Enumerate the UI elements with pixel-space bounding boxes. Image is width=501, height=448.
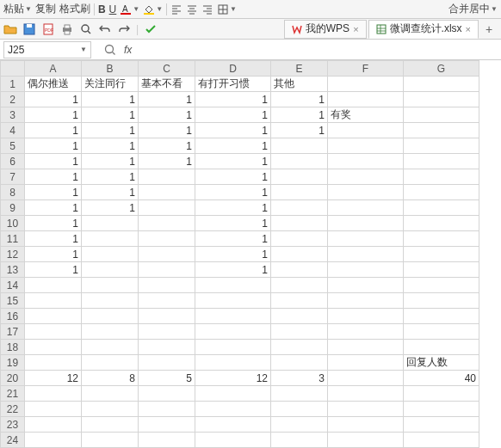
cell-A3[interactable]: 1 [25,107,82,123]
cell-A17[interactable] [25,324,82,340]
cell-A4[interactable]: 1 [25,123,82,138]
cell-D18[interactable] [195,340,271,355]
cell-C4[interactable]: 1 [139,123,195,138]
row-header-7[interactable]: 7 [1,169,25,185]
align-right-button[interactable] [201,3,213,15]
cell-E5[interactable] [271,138,328,154]
cell-D24[interactable] [195,433,271,448]
cell-F18[interactable] [328,340,404,355]
cell-C19[interactable] [139,355,195,371]
row-header-13[interactable]: 13 [1,262,25,278]
print-preview-button[interactable] [79,22,93,36]
cell-B8[interactable]: 1 [82,185,139,200]
cell-A7[interactable]: 1 [25,169,82,185]
cell-B2[interactable]: 1 [82,92,139,107]
cell-F12[interactable] [328,247,404,262]
cell-E9[interactable] [271,200,328,216]
cell-E24[interactable] [271,433,328,448]
cell-A8[interactable]: 1 [25,185,82,200]
cell-F19[interactable] [328,355,404,371]
cell-F11[interactable] [328,231,404,247]
tab-current-file[interactable]: 微调查统计.xlsx × [368,20,479,39]
cell-A20[interactable]: 12 [25,371,82,386]
row-header-9[interactable]: 9 [1,200,25,216]
cell-F2[interactable] [328,92,404,107]
cell-C18[interactable] [139,340,195,355]
cell-A18[interactable] [25,340,82,355]
cell-F24[interactable] [328,433,404,448]
zoom-button[interactable] [103,43,117,57]
row-header-14[interactable]: 14 [1,278,25,293]
row-header-15[interactable]: 15 [1,293,25,309]
cell-B15[interactable] [82,293,139,309]
cell-F17[interactable] [328,324,404,340]
cell-E23[interactable] [271,417,328,433]
cell-D22[interactable] [195,402,271,417]
cell-G7[interactable] [404,169,479,185]
open-folder-button[interactable] [3,22,17,36]
cell-F23[interactable] [328,417,404,433]
cell-A11[interactable]: 1 [25,231,82,247]
row-header-16[interactable]: 16 [1,309,25,324]
cell-D6[interactable]: 1 [195,154,271,169]
cell-G12[interactable] [404,247,479,262]
cell-D16[interactable] [195,309,271,324]
cell-E13[interactable] [271,262,328,278]
cell-E19[interactable] [271,355,328,371]
cell-G14[interactable] [404,278,479,293]
cell-F7[interactable] [328,169,404,185]
cell-G19[interactable]: 回复人数 [404,355,479,371]
cell-B6[interactable]: 1 [82,154,139,169]
cell-G24[interactable] [404,433,479,448]
cell-A22[interactable] [25,402,82,417]
cell-B22[interactable] [82,402,139,417]
row-header-1[interactable]: 1 [1,77,25,92]
column-header-E[interactable]: E [271,61,328,77]
cell-D13[interactable]: 1 [195,262,271,278]
cell-C7[interactable] [139,169,195,185]
cell-B9[interactable]: 1 [82,200,139,216]
cell-A16[interactable] [25,309,82,324]
cell-F1[interactable] [328,77,404,92]
cell-B3[interactable]: 1 [82,107,139,123]
copy-button[interactable]: 复制 [35,2,56,16]
cell-F16[interactable] [328,309,404,324]
cell-D12[interactable]: 1 [195,247,271,262]
row-header-21[interactable]: 21 [1,386,25,402]
cell-G16[interactable] [404,309,479,324]
cell-F4[interactable] [328,123,404,138]
paste-button[interactable]: 粘贴▼ [3,2,32,16]
cell-D19[interactable] [195,355,271,371]
cell-D10[interactable]: 1 [195,216,271,231]
align-left-button[interactable] [170,3,182,15]
cell-F15[interactable] [328,293,404,309]
cell-D9[interactable]: 1 [195,200,271,216]
cell-B16[interactable] [82,309,139,324]
cell-F8[interactable] [328,185,404,200]
cell-A5[interactable]: 1 [25,138,82,154]
cell-B5[interactable]: 1 [82,138,139,154]
row-header-12[interactable]: 12 [1,247,25,262]
cell-A14[interactable] [25,278,82,293]
cell-D2[interactable]: 1 [195,92,271,107]
cell-A10[interactable]: 1 [25,216,82,231]
cell-G11[interactable] [404,231,479,247]
cell-B20[interactable]: 8 [82,371,139,386]
cell-D17[interactable] [195,324,271,340]
row-header-20[interactable]: 20 [1,371,25,386]
cell-D23[interactable] [195,417,271,433]
cell-D4[interactable]: 1 [195,123,271,138]
cell-C21[interactable] [139,386,195,402]
cell-D21[interactable] [195,386,271,402]
row-header-10[interactable]: 10 [1,216,25,231]
cell-G18[interactable] [404,340,479,355]
cell-E10[interactable] [271,216,328,231]
cell-B1[interactable]: 关注同行 [82,77,139,92]
cell-C14[interactable] [139,278,195,293]
cell-B14[interactable] [82,278,139,293]
cell-F10[interactable] [328,216,404,231]
fill-color-button[interactable]: ▼ [143,3,163,15]
cell-E2[interactable]: 1 [271,92,328,107]
cell-F22[interactable] [328,402,404,417]
cell-B10[interactable] [82,216,139,231]
